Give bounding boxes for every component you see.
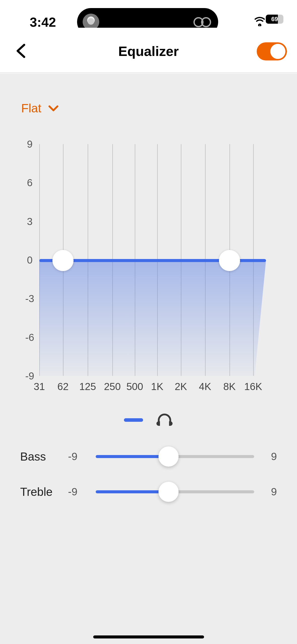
y-tick: 9 (22, 139, 37, 150)
chevron-down-icon (48, 105, 58, 112)
eq-fill-area (39, 260, 266, 376)
y-tick: -6 (22, 332, 37, 343)
home-indicator[interactable] (93, 635, 204, 638)
treble-min: -9 (68, 486, 88, 498)
eq-handle-high[interactable] (219, 250, 240, 271)
equalizer-chart: 9 6 3 0 -3 -6 -9 31 62 125 250 5 (0, 139, 297, 406)
treble-slider-thumb[interactable] (158, 482, 179, 502)
y-tick: -9 (22, 370, 37, 382)
bass-slider-thumb[interactable] (158, 446, 179, 467)
battery-level: 69 (266, 15, 283, 24)
toggle-knob (270, 44, 285, 59)
treble-max: 9 (262, 486, 277, 498)
x-tick: 8K (223, 381, 236, 392)
x-tick: 500 (126, 381, 143, 392)
y-tick: 3 (22, 216, 37, 227)
treble-slider-fill (96, 490, 169, 493)
preset-dropdown[interactable]: Flat (21, 101, 58, 115)
status-bar: 3:42 69 (0, 0, 297, 28)
battery-icon: 69 (266, 15, 283, 24)
equalizer-toggle[interactable] (257, 42, 287, 60)
mode-row (0, 410, 297, 430)
wifi-icon (254, 15, 265, 26)
bass-slider-row: Bass -9 9 (20, 441, 277, 472)
x-tick: 62 (57, 381, 69, 392)
x-tick: 1K (151, 381, 163, 392)
main-panel: Flat 9 6 3 0 -3 -6 -9 (0, 74, 297, 644)
treble-slider[interactable] (96, 490, 254, 493)
y-tick: 6 (22, 177, 37, 188)
y-tick: 0 (22, 254, 37, 266)
nav-header: Equalizer (0, 28, 297, 73)
bass-slider[interactable] (96, 455, 254, 458)
eq-handle-low[interactable] (52, 250, 74, 271)
preset-name: Flat (21, 101, 41, 115)
status-time: 3:42 (30, 15, 56, 30)
x-tick: 4K (199, 381, 211, 392)
bass-label: Bass (20, 450, 68, 463)
bass-min: -9 (68, 450, 88, 463)
treble-label: Treble (20, 485, 68, 499)
voicemail-icon (193, 17, 211, 27)
headphones-icon[interactable] (156, 411, 173, 429)
x-tick: 250 (104, 381, 121, 392)
x-tick: 125 (79, 381, 96, 392)
x-tick: 31 (34, 381, 45, 392)
bass-max: 9 (262, 450, 277, 463)
bass-slider-fill (96, 455, 169, 458)
x-tick: 2K (175, 381, 187, 392)
mode-eq-indicator[interactable] (124, 418, 143, 422)
y-tick: -3 (22, 293, 37, 304)
x-tick: 16K (244, 381, 262, 392)
page-title: Equalizer (0, 43, 297, 59)
treble-slider-row: Treble -9 9 (20, 477, 277, 507)
chart-plot-area[interactable] (39, 144, 266, 376)
